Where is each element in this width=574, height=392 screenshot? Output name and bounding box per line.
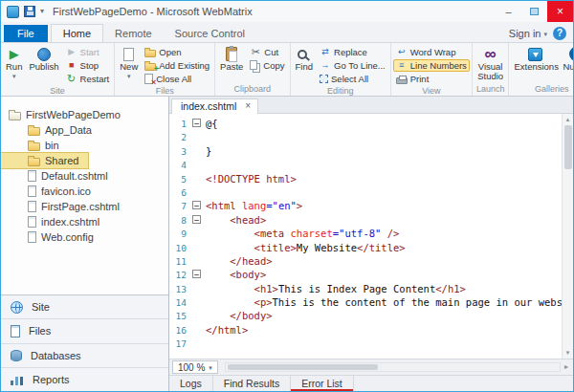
code-line-1[interactable]: 1−@{ [169, 117, 562, 130]
nav-item-reports[interactable]: Reports [1, 368, 168, 391]
ribbon-group-label-site: Site [3, 85, 112, 97]
code-line-3[interactable]: 3} [169, 144, 562, 158]
code-line-16[interactable]: 16</html> [169, 323, 562, 337]
nuget-label: NuGet [563, 62, 573, 72]
code-line-5[interactable]: 5<!DOCTYPE html> [169, 172, 562, 185]
goto-line-button[interactable]: →Go To Line... [317, 59, 388, 72]
close-button[interactable]: × [547, 1, 573, 22]
extensions-button[interactable]: Extensions [511, 44, 559, 83]
word-wrap-button[interactable]: ↩Word Wrap [393, 46, 470, 58]
vertical-scrollbar[interactable]: ▲ ▼ [562, 114, 573, 359]
vertical-scrollbar-thumb[interactable] [564, 125, 572, 169]
ribbon-group-label-files: Files [117, 85, 212, 97]
horizontal-scrollbar-thumb[interactable] [228, 364, 378, 370]
tree-item-shared[interactable]: Shared [1, 153, 88, 168]
code-line-17[interactable]: 17 [169, 337, 562, 350]
nuget-button[interactable]: N NuGet [560, 44, 573, 83]
minimize-button[interactable]: – [496, 1, 521, 22]
run-button[interactable]: ▶ Run ▾ [3, 44, 25, 85]
nav-item-files[interactable]: Files [1, 319, 168, 343]
tree-item-default-cshtml[interactable]: Default.cshtml [1, 168, 168, 184]
scroll-right-icon[interactable]: ▸ [564, 363, 573, 371]
cut-button[interactable]: ✂Cut [247, 46, 287, 58]
databases-icon [11, 350, 22, 361]
code-text: <title>My Website</title> [206, 242, 406, 253]
code-line-7[interactable]: 7−<html lang="en"> [169, 199, 562, 212]
visual-studio-button[interactable]: ∞ Visual Studio [475, 44, 507, 83]
nav-item-databases[interactable]: Databases [1, 344, 168, 368]
scroll-up-icon[interactable]: ▲ [565, 114, 571, 125]
sign-in-button[interactable]: Sign in▾ [509, 28, 547, 39]
copy-button[interactable]: Copy [247, 59, 287, 72]
tab-source-control[interactable]: Source Control [164, 25, 256, 42]
line-numbers-label: Line Numbers [410, 60, 467, 71]
fold-gutter [192, 338, 201, 346]
file-icon [28, 201, 36, 212]
ribbon-group-label-view: View [393, 85, 470, 97]
new-button[interactable]: New ▾ [117, 44, 141, 85]
tree-item-favicon-ico[interactable]: favicon.ico [1, 184, 168, 199]
code-line-10[interactable]: 10 <title>My Website</title> [169, 241, 562, 254]
code-line-6[interactable]: 6 [169, 185, 562, 199]
close-all-button[interactable]: ×Close All [142, 73, 212, 85]
open-button[interactable]: Open [142, 46, 212, 58]
line-numbers-button[interactable]: ≡Line Numbers [393, 59, 470, 72]
tab-remote[interactable]: Remote [103, 25, 164, 42]
tree-item-firstpage-cshtml[interactable]: FirstPage.cshtml [1, 199, 168, 214]
line-number: 12 [169, 269, 190, 282]
save-icon[interactable] [24, 6, 35, 17]
code-line-8[interactable]: 8− <head> [169, 213, 562, 227]
paste-button[interactable]: Paste [217, 44, 246, 83]
horizontal-scrollbar[interactable] [225, 362, 561, 372]
code-line-4[interactable]: 4 [169, 158, 562, 171]
print-icon [396, 77, 408, 84]
tree-item-label: favicon.ico [41, 185, 91, 197]
stop-button[interactable]: ■Stop [63, 59, 113, 72]
window-controls: – × [496, 1, 573, 22]
print-button[interactable]: Print [393, 73, 470, 85]
restart-button[interactable]: ↻Restart [63, 73, 113, 85]
qat-dropdown-icon[interactable]: ▾ [40, 8, 44, 15]
close-all-label: Close All [156, 74, 191, 84]
tree-root[interactable]: FirstWebPageDemo [1, 108, 168, 122]
code-line-12[interactable]: 12− <body> [169, 268, 562, 281]
code-line-13[interactable]: 13 <h1>This is Index Page Content</h1> [169, 282, 562, 295]
start-icon: ▶ [66, 48, 77, 56]
nav-item-site[interactable]: Site [1, 295, 168, 319]
fold-marker[interactable]: − [192, 215, 201, 224]
tree-item-web-config[interactable]: Web.config [1, 229, 168, 245]
code-line-11[interactable]: 11 </head> [169, 254, 562, 268]
replace-button[interactable]: ⇄Replace [317, 46, 388, 58]
tree-item-index-cshtml[interactable]: index.cshtml [1, 214, 168, 229]
code-line-15[interactable]: 15 </body> [169, 309, 562, 322]
zoom-control[interactable]: 100 % ▾ [172, 360, 218, 374]
goto-line-icon: → [320, 61, 331, 70]
select-all-button[interactable]: Select All [317, 73, 388, 85]
bottom-tab-logs[interactable]: Logs [169, 376, 213, 391]
code-area[interactable]: 1−@{23}45<!DOCTYPE html>67−<html lang="e… [169, 114, 562, 359]
bottom-tab-find-results[interactable]: Find Results [213, 376, 291, 391]
code-line-14[interactable]: 14 <p>This is the content of the main pa… [169, 295, 562, 309]
code-line-9[interactable]: 9 <meta charset="utf-8" /> [169, 227, 562, 240]
help-button[interactable]: ? [553, 27, 566, 40]
maximize-button[interactable] [521, 1, 547, 22]
editor-tab-index-cshtml[interactable]: index.cshtml × [171, 98, 258, 114]
bottom-tab-error-list[interactable]: Error List [291, 376, 354, 391]
code-line-2[interactable]: 2 [169, 130, 562, 143]
find-button[interactable]: Find [293, 44, 316, 85]
publish-button[interactable]: Publish [26, 44, 61, 85]
tree-item-bin[interactable]: bin [1, 138, 168, 153]
fold-marker[interactable]: − [192, 270, 201, 278]
line-number: 10 [169, 242, 190, 255]
tab-close-icon[interactable]: × [245, 101, 251, 111]
fold-marker[interactable]: − [192, 201, 201, 209]
tree-item-app-data[interactable]: App_Data [1, 122, 168, 138]
scroll-down-icon[interactable]: ▼ [565, 347, 571, 359]
code-text: <meta charset="utf-8" /> [206, 228, 399, 239]
tab-file[interactable]: File [4, 25, 48, 42]
tab-home[interactable]: Home [51, 24, 103, 43]
add-existing-button[interactable]: +Add Existing [142, 59, 212, 72]
run-label: Run [6, 62, 22, 72]
start-button[interactable]: ▶Start [63, 46, 113, 58]
fold-marker[interactable]: − [192, 119, 201, 127]
